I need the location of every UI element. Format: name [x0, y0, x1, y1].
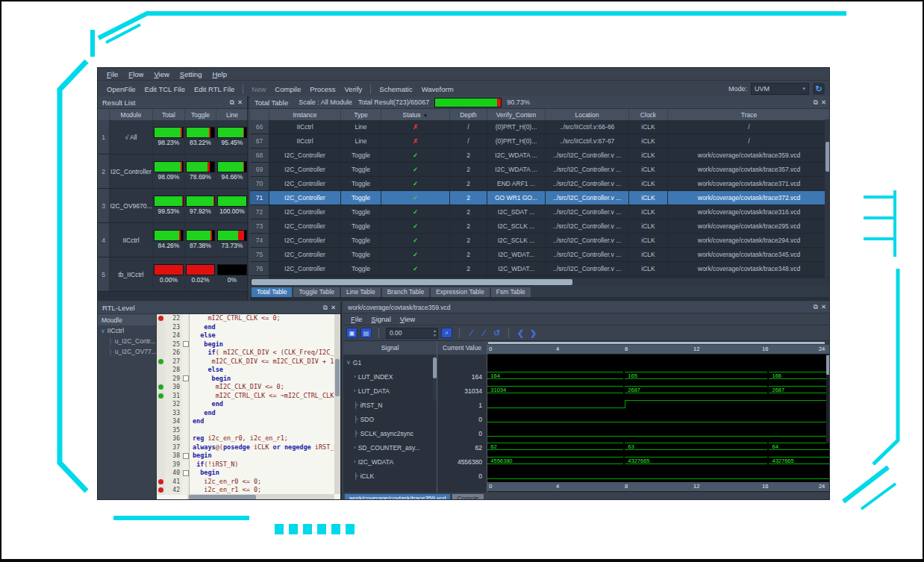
prev-edge-icon[interactable]: ❮: [516, 328, 525, 337]
column-header-clock[interactable]: Clock: [629, 109, 668, 120]
toolbar-button-process[interactable]: Process: [305, 84, 340, 95]
signal-row[interactable]: ›LUT_DATA: [343, 384, 437, 398]
next-edge-icon[interactable]: ❯: [528, 328, 538, 337]
signal-vscrollbar[interactable]: [433, 356, 437, 401]
tab-total-table[interactable]: Total Table: [252, 287, 292, 297]
expand-icon[interactable]: ›: [354, 387, 356, 394]
table-row[interactable]: 66IICctrlLine✗/(0)PRT_H(0)...../src/IICc…: [250, 120, 830, 134]
toolbar-button-compile[interactable]: Compile: [270, 84, 305, 95]
close-icon[interactable]: ✕: [331, 304, 336, 312]
column-header-depth[interactable]: Depth: [450, 109, 487, 120]
table-row[interactable]: 73I2C_ControllerToggle✓2I2C_SCLK ...../s…: [250, 219, 830, 234]
close-icon[interactable]: ✕: [237, 99, 243, 107]
signal-row[interactable]: ›I2C_WDATA: [343, 455, 437, 469]
table-row[interactable]: 67IICctrlLine✗/(0)PRT_H(0)...../src/IICc…: [250, 134, 830, 149]
toolbar-button-edit-rtl-file[interactable]: Edit RTL File: [190, 84, 239, 95]
mode-select[interactable]: UVM ▾: [751, 83, 809, 95]
table-row[interactable]: 1√ All98.23%83.22%95.45%: [98, 120, 247, 154]
zoom-fit-icon[interactable]: ↺: [492, 328, 502, 337]
toolbar-button-edit-tcl-file[interactable]: Edit TCL File: [140, 84, 190, 95]
table-row[interactable]: 70I2C_ControllerToggle✓2END ARF1 ...../s…: [250, 177, 830, 191]
save-icon[interactable]: ▤: [360, 328, 372, 338]
search-icon[interactable]: ⌕: [441, 328, 452, 338]
table-row[interactable]: 4IICctrl84.26%87.38%73.73%: [98, 223, 247, 257]
fold-icon[interactable]: [183, 453, 189, 459]
table-row[interactable]: 76I2C_ControllerToggle✓2I2C_WDAT...../sr…: [250, 262, 830, 276]
tab-branch-table[interactable]: Branch Table: [382, 287, 429, 297]
signal-row[interactable]: ├iRST_N: [343, 398, 437, 412]
wave-vscrollbar[interactable]: [826, 354, 830, 443]
signal-row[interactable]: ├iCLK: [343, 469, 437, 483]
zoom-in-icon[interactable]: ∕: [466, 328, 476, 337]
table-row[interactable]: 3I2C_OV9670...99.53%97.92%100.00%: [98, 189, 247, 223]
result-col-toggle[interactable]: Toggle: [185, 109, 216, 120]
result-col-module[interactable]: Module: [110, 109, 153, 120]
expand-icon[interactable]: ∨: [346, 359, 351, 366]
float-icon[interactable]: ⧉: [814, 99, 818, 107]
column-header-trace[interactable]: Trace: [668, 109, 830, 120]
toolbar-button-verify[interactable]: Verify: [340, 84, 367, 95]
toolbar-button-waveform[interactable]: Waveform: [417, 84, 458, 95]
menu-item-flow[interactable]: Flow: [124, 70, 148, 78]
expand-icon[interactable]: ›: [354, 444, 356, 451]
table-row[interactable]: 75I2C_ControllerToggle✓2I2C_WDAT...../sr…: [250, 248, 830, 262]
total-table-vscrollbar[interactable]: [825, 119, 830, 278]
fold-icon[interactable]: [183, 341, 189, 347]
column-header-num[interactable]: [250, 109, 269, 120]
toolbar-button-new[interactable]: New: [247, 84, 270, 95]
expand-icon[interactable]: ∨: [101, 328, 105, 334]
tree-item-iicctrl[interactable]: ∨IICctrl: [98, 325, 156, 336]
tab-expression-table[interactable]: Expression Table: [431, 287, 490, 297]
table-row[interactable]: 72I2C_ControllerToggle✓2I2C_SDAT ...../s…: [250, 205, 830, 219]
toolbar-button-schematic[interactable]: Schematic: [375, 84, 416, 95]
signal-row[interactable]: ∨G1: [343, 355, 437, 369]
float-icon[interactable]: ⧉: [323, 304, 328, 312]
refresh-icon[interactable]: ↻: [813, 83, 825, 95]
menu-item-view[interactable]: View: [149, 70, 173, 78]
zoom-out-icon[interactable]: ∕: [479, 328, 489, 337]
table-row[interactable]: 2I2C_Controller98.09%78.69%94.66%: [98, 154, 247, 189]
total-table-hscrollbar[interactable]: [250, 278, 830, 286]
code-vscrollbar[interactable]: [334, 314, 340, 494]
toolbar-button-openfile[interactable]: OpenFile: [102, 84, 140, 95]
fold-icon[interactable]: [183, 375, 189, 381]
wave-canvas[interactable]: 048121624 164165166310342687268762636445…: [487, 341, 830, 493]
signal-row[interactable]: ›LUT_INDEX: [343, 369, 437, 384]
signal-row[interactable]: ├SDO: [343, 412, 437, 426]
menu-item-file[interactable]: File: [102, 70, 122, 78]
wave-hscrollbar-bottom[interactable]: [487, 492, 830, 493]
tree-item-ui2cov77[interactable]: ├u_I2C_OV77...: [98, 346, 156, 357]
float-icon[interactable]: ⧉: [230, 99, 234, 107]
expand-icon[interactable]: ›: [354, 458, 356, 465]
tab-fsm-table[interactable]: Fsm Table: [491, 287, 531, 297]
column-header-location[interactable]: Location: [546, 109, 629, 120]
result-col-line[interactable]: Line: [216, 109, 249, 120]
column-header-status[interactable]: Status▲: [381, 109, 450, 120]
tab-toggle-table[interactable]: Toggle Table: [293, 287, 340, 297]
wave-menu-item-view[interactable]: View: [396, 315, 419, 323]
column-header-instance[interactable]: Instance: [269, 109, 341, 120]
close-icon[interactable]: ✕: [821, 303, 826, 311]
column-header-verify_conten[interactable]: Verify_Conten: [487, 109, 546, 120]
expand-icon[interactable]: ›: [354, 373, 356, 380]
menu-item-setting[interactable]: Setting: [175, 70, 207, 78]
wave-menu-item-file[interactable]: File: [346, 315, 366, 323]
fold-icon[interactable]: [183, 470, 189, 476]
column-header-type[interactable]: Type: [341, 109, 381, 120]
wave-tab-vcd[interactable]: work/coverage/covtask/trace359.vcd: [345, 494, 450, 500]
table-row[interactable]: 74I2C_ControllerToggle✓2I2C_SCLK ...../s…: [250, 234, 830, 248]
wave-menu-item-signal[interactable]: Signal: [366, 315, 395, 323]
signal-row[interactable]: ›SD_COUNTER_asy...: [343, 440, 437, 455]
result-col-total[interactable]: Total: [153, 109, 185, 120]
tree-item-ui2ccontr[interactable]: ├u_I2C_Contr...: [98, 336, 156, 346]
table-row[interactable]: 5tb_IICctrl0.00%0.02%0%: [98, 257, 247, 292]
open-icon[interactable]: ▣: [346, 328, 358, 338]
signal-row[interactable]: ├SCLK_async2sync: [343, 426, 437, 440]
menu-item-help[interactable]: Help: [207, 70, 231, 78]
tab-line-table[interactable]: Line Table: [341, 287, 381, 297]
wave-tab-console[interactable]: Console: [452, 494, 483, 500]
table-row[interactable]: 68I2C_ControllerToggle✓2I2C_WDATA ...../…: [250, 149, 830, 163]
cursor-time-spinner[interactable]: 0.00 ▲▼: [386, 328, 438, 339]
float-icon[interactable]: ⧉: [814, 303, 818, 311]
close-icon[interactable]: ✕: [821, 99, 826, 107]
